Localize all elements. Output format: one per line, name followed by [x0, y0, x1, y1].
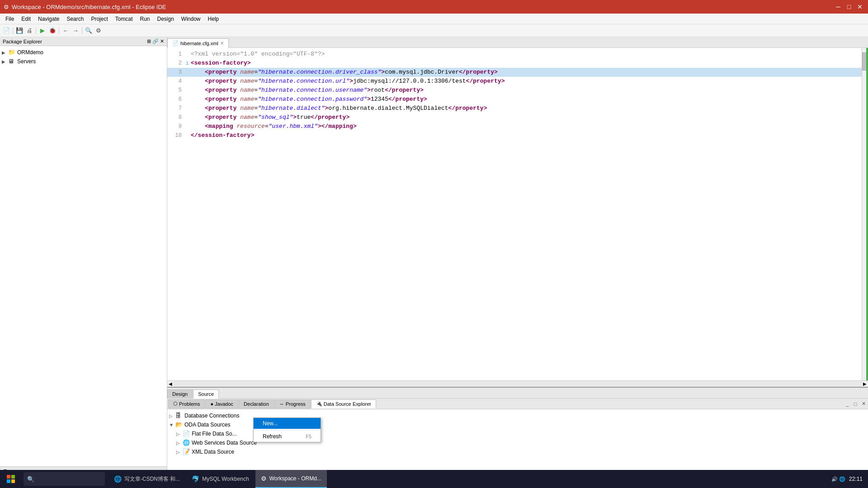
menu-item-window[interactable]: Window: [178, 15, 204, 23]
svg-rect-3: [11, 479, 15, 483]
minimize-button[interactable]: ─: [834, 2, 843, 11]
tree-arrow-ormdemo: ▶: [2, 50, 8, 55]
toolbar-save[interactable]: 💾: [15, 26, 24, 35]
toolbar-forward[interactable]: →: [71, 26, 80, 35]
line-num-6: 6: [167, 95, 185, 104]
menu-item-tomcat[interactable]: Tomcat: [112, 15, 137, 23]
tab-javadoc[interactable]: ● Javadoc: [205, 399, 238, 408]
menu-item-navigate[interactable]: Navigate: [34, 15, 63, 23]
line-content-6: <property name="hibernate.connection.pas…: [189, 95, 862, 104]
collapse-all-icon[interactable]: ⊞: [147, 38, 151, 44]
line-content-2: <session-factory>: [189, 59, 862, 68]
scroll-right-arrow[interactable]: ▶: [862, 381, 868, 387]
tab-data-source-explorer[interactable]: 🔌 Data Source Explorer: [311, 399, 376, 408]
ds-icon-db-conn: 🗄: [175, 412, 183, 419]
taskbar: 🔍 🌐 写文章-CSDN博客 和... 🐬 MySQL Workbench ⚙ …: [0, 470, 868, 488]
toolbar-settings[interactable]: ⚙: [94, 26, 103, 35]
mysql-label: MySQL Workbench: [202, 476, 249, 482]
close-button[interactable]: ✕: [855, 2, 864, 11]
menu-item-design[interactable]: Design: [154, 15, 178, 23]
ds-arrow-oda: ▼: [169, 422, 175, 427]
editor-tab-close[interactable]: ✕: [220, 41, 224, 46]
close-view-button[interactable]: ✕: [860, 400, 867, 408]
line-content-7: <property name="hibernate.dialect">org.h…: [189, 104, 862, 113]
csdn-icon: 🌐: [114, 475, 122, 483]
bottom-panel: Design Source ⬡ Problems ● Javadoc D: [167, 387, 868, 477]
toolbar-new[interactable]: 📄: [2, 26, 11, 35]
taskbar-app-csdn[interactable]: 🌐 写文章-CSDN博客 和...: [108, 470, 185, 488]
code-line-4: 4 <property name="hibernate.connection.u…: [167, 77, 862, 86]
ds-label-web: Web Services Data Source: [192, 440, 257, 446]
menu-item-run[interactable]: Run: [136, 15, 153, 23]
svg-rect-2: [7, 479, 10, 483]
ds-arrow-flat: ▷: [176, 432, 183, 436]
scroll-left-arrow[interactable]: ◀: [167, 381, 174, 387]
line-content-4: <property name="hibernate.connection.url…: [189, 77, 862, 86]
tab-declaration[interactable]: Declaration: [239, 399, 274, 408]
servers-icon: 🖥: [8, 58, 15, 65]
ds-arrow-xml: ▷: [176, 450, 183, 455]
ds-arrow-db-conn: ▷: [169, 413, 175, 418]
clock: 22:11: [849, 476, 863, 482]
taskbar-search[interactable]: 🔍: [24, 472, 105, 486]
bottom-scrollbar[interactable]: ◀ ▶: [167, 380, 868, 387]
taskbar-right: 🔊 🌐 22:11: [831, 476, 868, 482]
tab-problems[interactable]: ⬡ Problems: [168, 399, 205, 408]
ctx-item-new[interactable]: New...: [254, 418, 321, 429]
data-source-label: Data Source Explorer: [324, 401, 371, 407]
editor-tab-hibernate-cfg[interactable]: 📄 hibernate.cfg.xml ✕: [167, 38, 229, 48]
link-editor-icon[interactable]: 🔗: [152, 38, 159, 44]
toolbar-search[interactable]: 🔍: [84, 26, 93, 35]
ormdemo-icon: 📁: [8, 49, 15, 56]
package-explorer-title: Package Explorer: [3, 39, 42, 44]
toolbar-back[interactable]: ←: [61, 26, 70, 35]
toolbar-print[interactable]: 🖨: [25, 26, 34, 35]
menu-item-search[interactable]: Search: [63, 15, 87, 23]
menu-item-edit[interactable]: Edit: [18, 15, 34, 23]
ds-item-xml[interactable]: ▷ 📝 XML Data Source: [167, 447, 868, 456]
app-icon: ⚙: [4, 4, 9, 10]
line-num-4: 4: [167, 77, 185, 86]
editor-area: 1 <?xml version="1.0" encoding="UTF-8"?>…: [167, 48, 868, 380]
code-line-8: 8 <property name="show_sql">true</proper…: [167, 113, 862, 122]
code-line-3: 3 <property name="hibernate.connection.d…: [167, 68, 862, 77]
taskbar-app-eclipse[interactable]: ⚙ Workspace - ORMd...: [255, 470, 327, 488]
right-scrollbar[interactable]: [862, 48, 868, 380]
tree-item-ormdemo[interactable]: ▶ 📁 ORMdemo: [0, 48, 167, 57]
toolbar-debug[interactable]: 🐞: [48, 26, 57, 35]
title-bar: ⚙ Workspace - ORMdemo/src/hibernate.cfg.…: [0, 0, 868, 14]
ctx-separator: [254, 430, 321, 430]
minimize-view-button[interactable]: _: [844, 400, 851, 408]
taskbar-app-mysql[interactable]: 🐬 MySQL Workbench: [186, 470, 254, 488]
ctx-item-refresh[interactable]: Refresh F5: [254, 431, 321, 442]
scroll-track[interactable]: [174, 381, 862, 387]
line-num-5: 5: [167, 86, 185, 95]
toolbar-run[interactable]: ▶: [38, 26, 47, 35]
code-line-6: 6 <property name="hibernate.connection.p…: [167, 95, 862, 104]
close-panel-icon[interactable]: ✕: [160, 38, 164, 44]
start-button[interactable]: [0, 470, 22, 488]
tab-progress[interactable]: ↔ Progress: [274, 399, 311, 408]
ds-label-oda: ODA Data Sources: [184, 422, 230, 428]
line-content-9: <mapping resource="user.hbm.xml"></mappi…: [189, 122, 862, 131]
line-content-1: <?xml version="1.0" encoding="UTF-8"?>: [189, 50, 862, 59]
tree-item-servers[interactable]: ▶ 🖥 Servers: [0, 57, 167, 66]
ds-arrow-web: ▷: [176, 441, 183, 446]
menu-item-help[interactable]: Help: [204, 15, 223, 23]
design-tab[interactable]: Design: [167, 389, 193, 398]
green-bar: [866, 48, 868, 380]
ds-icon-xml: 📝: [183, 448, 190, 455]
source-tab[interactable]: Source: [193, 389, 219, 399]
code-editor[interactable]: 1 <?xml version="1.0" encoding="UTF-8"?>…: [167, 48, 862, 380]
menu-item-project[interactable]: Project: [87, 15, 111, 23]
maximize-button[interactable]: □: [844, 2, 854, 11]
code-line-9: 9 <mapping resource="user.hbm.xml"></map…: [167, 122, 862, 131]
maximize-view-button[interactable]: □: [852, 400, 859, 408]
design-source-tabs: Design Source: [167, 388, 868, 399]
menu-item-file[interactable]: File: [2, 15, 18, 23]
code-line-1: 1 <?xml version="1.0" encoding="UTF-8"?>: [167, 50, 862, 59]
bottom-tabs-bar: ⬡ Problems ● Javadoc Declaration ↔ Progr…: [167, 399, 868, 409]
ctx-new-label: New...: [263, 420, 278, 427]
toolbar: 📄 💾 🖨 ▶ 🐞 ← → 🔍 ⚙: [0, 24, 868, 37]
line-num-1: 1: [167, 50, 185, 59]
